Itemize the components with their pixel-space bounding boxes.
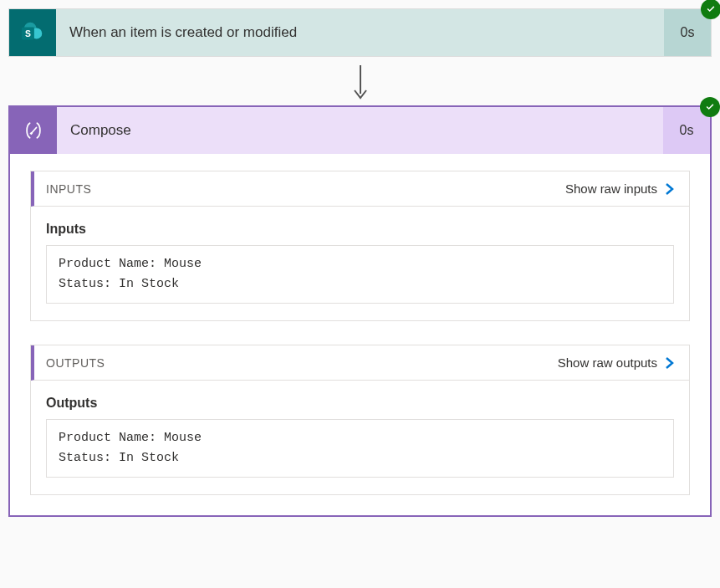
- compose-title: Compose: [57, 107, 663, 154]
- compose-body: INPUTS Show raw inputs Inputs Product Na…: [10, 154, 710, 515]
- outputs-content: Product Name: Mouse Status: In Stock: [46, 419, 674, 478]
- show-raw-inputs-label: Show raw inputs: [565, 182, 657, 196]
- inputs-content: Product Name: Mouse Status: In Stock: [46, 245, 674, 304]
- success-badge-icon: [701, 0, 720, 19]
- inputs-panel-body: Inputs Product Name: Mouse Status: In St…: [31, 207, 689, 320]
- inputs-subtitle: Inputs: [46, 222, 674, 237]
- compose-card[interactable]: Compose 0s INPUTS Show raw inputs Inputs…: [8, 105, 712, 517]
- outputs-panel-header: OUTPUTS Show raw outputs: [31, 345, 689, 381]
- outputs-header-label: OUTPUTS: [46, 356, 105, 370]
- flow-arrow-icon: [8, 57, 712, 105]
- trigger-card[interactable]: S When an item is created or modified 0s: [8, 8, 712, 57]
- show-raw-inputs-button[interactable]: Show raw inputs: [565, 182, 676, 196]
- success-badge-icon: [700, 97, 720, 117]
- show-raw-outputs-button[interactable]: Show raw outputs: [558, 355, 676, 370]
- compose-header: Compose 0s: [10, 107, 710, 154]
- outputs-subtitle: Outputs: [46, 396, 674, 411]
- inputs-header-label: INPUTS: [46, 182, 91, 196]
- outputs-panel-body: Outputs Product Name: Mouse Status: In S…: [31, 381, 689, 494]
- trigger-header: S When an item is created or modified 0s: [9, 9, 711, 56]
- chevron-right-icon: [664, 182, 676, 196]
- outputs-panel: OUTPUTS Show raw outputs Outputs Product…: [30, 345, 690, 495]
- compose-icon: [10, 107, 57, 154]
- inputs-panel: INPUTS Show raw inputs Inputs Product Na…: [30, 171, 690, 321]
- inputs-panel-header: INPUTS Show raw inputs: [31, 171, 689, 207]
- svg-text:S: S: [25, 29, 31, 38]
- trigger-title: When an item is created or modified: [56, 9, 664, 56]
- sharepoint-icon: S: [9, 9, 56, 56]
- chevron-right-icon: [664, 356, 676, 370]
- show-raw-outputs-label: Show raw outputs: [558, 355, 657, 370]
